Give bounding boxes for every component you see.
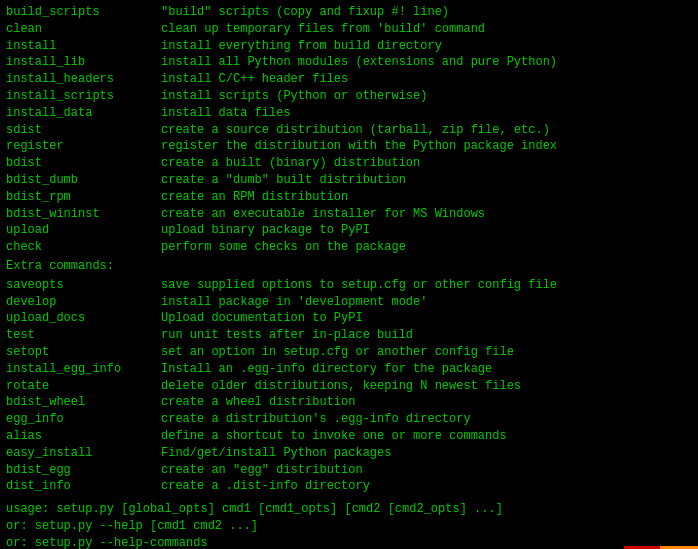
command-desc: clean up temporary files from 'build' co…: [161, 21, 692, 38]
table-row: saveoptssave supplied options to setup.c…: [6, 277, 692, 294]
table-row: install_headersinstall C/C++ header file…: [6, 71, 692, 88]
command-desc: create a built (binary) distribution: [161, 155, 692, 172]
command-table: build_scripts"build" scripts (copy and f…: [6, 4, 692, 495]
table-row: registerregister the distribution with t…: [6, 138, 692, 155]
command-name: install_lib: [6, 54, 161, 71]
command-desc: set an option in setup.cfg or another co…: [161, 344, 692, 361]
command-desc: install all Python modules (extensions a…: [161, 54, 692, 71]
command-name: bdist_rpm: [6, 189, 161, 206]
command-name: bdist: [6, 155, 161, 172]
table-row: testrun unit tests after in-place build: [6, 327, 692, 344]
table-row: upload_docsUpload documentation to PyPI: [6, 310, 692, 327]
command-name: bdist_wininst: [6, 206, 161, 223]
table-row: install_datainstall data files: [6, 105, 692, 122]
command-name: setopt: [6, 344, 161, 361]
command-name: install_headers: [6, 71, 161, 88]
command-desc: create an "egg" distribution: [161, 462, 692, 479]
command-desc: Install an .egg-info directory for the p…: [161, 361, 692, 378]
command-desc: create a distribution's .egg-info direct…: [161, 411, 692, 428]
command-desc: perform some checks on the package: [161, 239, 692, 256]
command-name: test: [6, 327, 161, 344]
command-name: saveopts: [6, 277, 161, 294]
command-desc: create a .dist-info directory: [161, 478, 692, 495]
table-row: install_egg_infoInstall an .egg-info dir…: [6, 361, 692, 378]
table-row: easy_installFind/get/install Python pack…: [6, 445, 692, 462]
table-row: bdist_eggcreate an "egg" distribution: [6, 462, 692, 479]
command-desc: Upload documentation to PyPI: [161, 310, 692, 327]
table-row: setoptset an option in setup.cfg or anot…: [6, 344, 692, 361]
table-row: installinstall everything from build dir…: [6, 38, 692, 55]
command-name: rotate: [6, 378, 161, 395]
command-desc: install C/C++ header files: [161, 71, 692, 88]
command-desc: "build" scripts (copy and fixup #! line): [161, 4, 692, 21]
table-row: uploadupload binary package to PyPI: [6, 222, 692, 239]
table-row: aliasdefine a shortcut to invoke one or …: [6, 428, 692, 445]
table-row: checkperform some checks on the package: [6, 239, 692, 256]
command-desc: define a shortcut to invoke one or more …: [161, 428, 692, 445]
table-row: bdist_wheelcreate a wheel distribution: [6, 394, 692, 411]
command-desc: create an executable installer for MS Wi…: [161, 206, 692, 223]
command-name: egg_info: [6, 411, 161, 428]
command-name: build_scripts: [6, 4, 161, 21]
command-name: dist_info: [6, 478, 161, 495]
usage-container: usage: setup.py [global_opts] cmd1 [cmd1…: [6, 501, 692, 549]
table-row: install_scriptsinstall scripts (Python o…: [6, 88, 692, 105]
command-desc: delete older distributions, keeping N ne…: [161, 378, 692, 395]
command-name: install: [6, 38, 161, 55]
command-name: bdist_wheel: [6, 394, 161, 411]
usage-line: or: setup.py --help [cmd1 cmd2 ...]: [6, 518, 692, 535]
command-desc: create a "dumb" built distribution: [161, 172, 692, 189]
command-name: sdist: [6, 122, 161, 139]
extra-commands-header: Extra commands:: [6, 258, 692, 275]
usage-line: usage: setup.py [global_opts] cmd1 [cmd1…: [6, 501, 692, 518]
table-row: cleanclean up temporary files from 'buil…: [6, 21, 692, 38]
table-row: build_scripts"build" scripts (copy and f…: [6, 4, 692, 21]
command-name: bdist_egg: [6, 462, 161, 479]
table-row: sdistcreate a source distribution (tarba…: [6, 122, 692, 139]
command-name: bdist_dumb: [6, 172, 161, 189]
command-desc: run unit tests after in-place build: [161, 327, 692, 344]
command-desc: install scripts (Python or otherwise): [161, 88, 692, 105]
command-name: install_data: [6, 105, 161, 122]
command-desc: install package in 'development mode': [161, 294, 692, 311]
command-name: install_scripts: [6, 88, 161, 105]
table-row: install_libinstall all Python modules (e…: [6, 54, 692, 71]
command-name: upload_docs: [6, 310, 161, 327]
table-row: developinstall package in 'development m…: [6, 294, 692, 311]
command-desc: register the distribution with the Pytho…: [161, 138, 692, 155]
command-name: register: [6, 138, 161, 155]
table-row: egg_infocreate a distribution's .egg-inf…: [6, 411, 692, 428]
command-desc: upload binary package to PyPI: [161, 222, 692, 239]
command-name: check: [6, 239, 161, 256]
terminal: build_scripts"build" scripts (copy and f…: [0, 0, 698, 549]
table-row: dist_infocreate a .dist-info directory: [6, 478, 692, 495]
command-name: upload: [6, 222, 161, 239]
command-name: install_egg_info: [6, 361, 161, 378]
command-desc: install data files: [161, 105, 692, 122]
command-name: develop: [6, 294, 161, 311]
command-name: clean: [6, 21, 161, 38]
commands-section: build_scripts"build" scripts (copy and f…: [6, 4, 692, 256]
command-desc: create a source distribution (tarball, z…: [161, 122, 692, 139]
command-desc: save supplied options to setup.cfg or ot…: [161, 277, 692, 294]
table-row: bdist_rpmcreate an RPM distribution: [6, 189, 692, 206]
command-desc: create an RPM distribution: [161, 189, 692, 206]
command-name: alias: [6, 428, 161, 445]
command-desc: Find/get/install Python packages: [161, 445, 692, 462]
command-name: easy_install: [6, 445, 161, 462]
table-row: bdist_dumbcreate a "dumb" built distribu…: [6, 172, 692, 189]
table-row: bdistcreate a built (binary) distributio…: [6, 155, 692, 172]
usage-section: usage: setup.py [global_opts] cmd1 [cmd1…: [6, 501, 692, 549]
table-row: bdist_wininstcreate an executable instal…: [6, 206, 692, 223]
extra-commands-section: saveoptssave supplied options to setup.c…: [6, 277, 692, 495]
command-desc: install everything from build directory: [161, 38, 692, 55]
command-desc: create a wheel distribution: [161, 394, 692, 411]
table-row: rotatedelete older distributions, keepin…: [6, 378, 692, 395]
